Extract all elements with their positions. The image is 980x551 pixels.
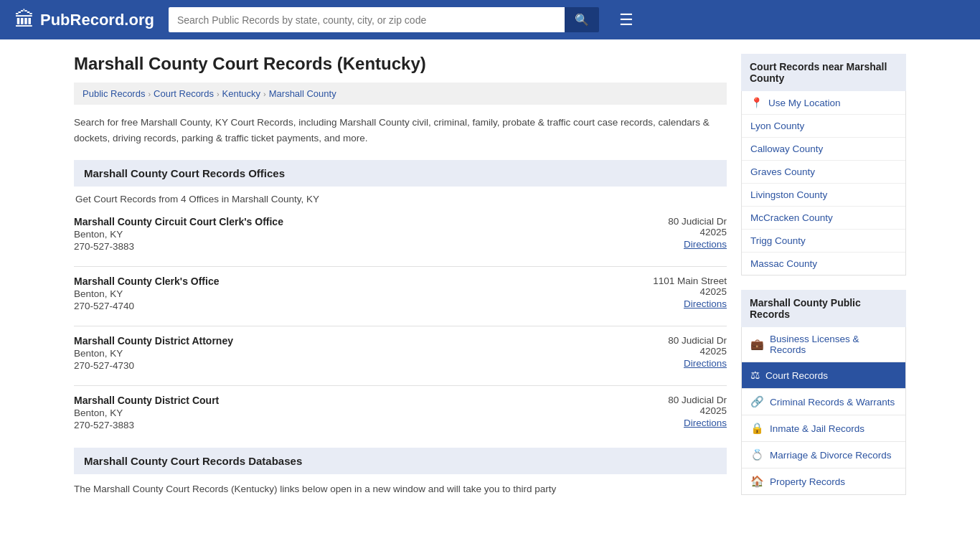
sidebar-item-0[interactable]: 💼 Business Licenses & Records [742, 327, 905, 362]
nearby-section: Court Records near Marshall County 📍 Use… [741, 54, 906, 276]
use-my-location-item[interactable]: 📍 Use My Location [742, 91, 905, 115]
breadcrumb-marshall-county[interactable]: Marshall County [269, 88, 336, 99]
nearby-county-link-2[interactable]: Graves County [742, 161, 905, 183]
office-name-1: Marshall County Clerk's Office [74, 276, 612, 287]
office-card-0: Marshall County Circuit Court Clerk's Of… [74, 216, 727, 252]
directions-link-0[interactable]: Directions [612, 239, 727, 250]
office-address-1: 1101 Main Street 42025 Directions [612, 276, 727, 311]
sidebar-link-5[interactable]: 🏠 Property Records [742, 468, 905, 494]
content-area: Marshall County Court Records (Kentucky)… [74, 54, 727, 509]
offices-sub: Get Court Records from 4 Offices in Mars… [74, 194, 727, 204]
office-phone-1: 270-527-4740 [74, 301, 612, 311]
breadcrumb-kentucky[interactable]: Kentucky [222, 88, 260, 99]
hamburger-icon: ☰ [619, 11, 633, 29]
directions-link-2[interactable]: Directions [612, 358, 727, 369]
sidebar-link-3[interactable]: 🔒 Inmate & Jail Records [742, 415, 905, 441]
office-zip-1: 42025 [612, 286, 727, 297]
office-card-1: Marshall County Clerk's Office Benton, K… [74, 276, 727, 311]
divider-1 [74, 326, 727, 326]
office-city-3: Benton, KY [74, 408, 612, 418]
office-phone-3: 270-527-3883 [74, 420, 612, 430]
nearby-county-4[interactable]: McCracken County [742, 207, 905, 230]
office-street-2: 80 Judicial Dr [612, 335, 727, 346]
main-container: Marshall County Court Records (Kentucky)… [60, 39, 920, 524]
office-info-1: Marshall County Clerk's Office Benton, K… [74, 276, 612, 311]
databases-section-header: Marshall County Court Records Databases [74, 448, 727, 474]
logo-icon: 🏛 [14, 8, 34, 32]
breadcrumb-sep-3: › [263, 90, 266, 98]
directions-link-3[interactable]: Directions [612, 418, 727, 428]
sidebar-link-0[interactable]: 💼 Business Licenses & Records [742, 327, 905, 362]
nearby-county-5[interactable]: Trigg County [742, 230, 905, 253]
briefcase-icon: 💼 [750, 338, 764, 351]
office-address-2: 80 Judicial Dr 42025 Directions [612, 335, 727, 371]
breadcrumb-public-records[interactable]: Public Records [83, 88, 145, 99]
location-icon: 📍 [750, 97, 763, 108]
use-my-location-link[interactable]: 📍 Use My Location [742, 91, 905, 114]
house-icon: 🏠 [750, 475, 764, 488]
sidebar-item-5[interactable]: 🏠 Property Records [742, 468, 905, 494]
sidebar-item-4[interactable]: 💍 Marriage & Divorce Records [742, 442, 905, 468]
nearby-county-link-1[interactable]: Calloway County [742, 138, 905, 160]
nearby-county-3[interactable]: Livingston County [742, 184, 905, 207]
nearby-list: 📍 Use My Location Lyon County Calloway C… [741, 91, 906, 276]
public-records-list: 💼 Business Licenses & Records ⚖ Court Re… [741, 327, 906, 495]
office-street-3: 80 Judicial Dr [612, 395, 727, 405]
nearby-county-label-1: Calloway County [750, 143, 823, 154]
nearby-county-1[interactable]: Calloway County [742, 138, 905, 161]
sidebar-label-0: Business Licenses & Records [770, 334, 897, 355]
nearby-title: Court Records near Marshall County [741, 54, 906, 91]
office-info-0: Marshall County Circuit Court Clerk's Of… [74, 216, 612, 252]
breadcrumb-sep-1: › [148, 90, 151, 98]
sidebar-link-1[interactable]: ⚖ Court Records [742, 362, 905, 388]
site-logo[interactable]: 🏛 PubRecord.org [14, 8, 154, 32]
use-my-location-label: Use My Location [768, 98, 841, 108]
nearby-county-link-0[interactable]: Lyon County [742, 115, 905, 137]
breadcrumb: Public Records › Court Records › Kentuck… [74, 83, 727, 105]
nearby-county-label-0: Lyon County [750, 121, 804, 131]
public-records-title: Marshall County Public Records [741, 290, 906, 327]
lock-icon: 🔒 [750, 422, 764, 435]
nearby-county-link-5[interactable]: Trigg County [742, 230, 905, 252]
office-info-2: Marshall County District Attorney Benton… [74, 335, 612, 371]
office-city-1: Benton, KY [74, 288, 612, 299]
nearby-county-link-6[interactable]: Massac County [742, 253, 905, 275]
scales-icon: ⚖ [750, 369, 760, 382]
sidebar-link-4[interactable]: 💍 Marriage & Divorce Records [742, 442, 905, 468]
office-city-2: Benton, KY [74, 348, 612, 359]
databases-description: The Marshall County Court Records (Kentu… [74, 481, 727, 497]
nearby-county-label-3: Livingston County [750, 189, 827, 200]
sidebar-label-5: Property Records [770, 476, 845, 487]
search-input[interactable] [169, 7, 565, 32]
breadcrumb-court-records[interactable]: Court Records [154, 88, 214, 99]
sidebar-label-2: Criminal Records & Warrants [770, 397, 895, 408]
nearby-county-label-2: Graves County [750, 166, 815, 177]
office-zip-3: 42025 [612, 405, 727, 416]
nearby-county-label-4: McCracken County [750, 212, 833, 223]
chain-icon: 🔗 [750, 395, 764, 408]
search-area: 🔍 [169, 7, 599, 32]
sidebar-label-4: Marriage & Divorce Records [770, 450, 892, 461]
breadcrumb-sep-2: › [217, 90, 220, 98]
search-button[interactable]: 🔍 [565, 7, 599, 32]
sidebar-item-2[interactable]: 🔗 Criminal Records & Warrants [742, 389, 905, 415]
nearby-county-6[interactable]: Massac County [742, 253, 905, 275]
nearby-county-link-3[interactable]: Livingston County [742, 184, 905, 206]
office-city-0: Benton, KY [74, 229, 612, 240]
office-street-1: 1101 Main Street [612, 276, 727, 286]
office-phone-0: 270-527-3883 [74, 241, 612, 252]
sidebar-item-1[interactable]: ⚖ Court Records [742, 362, 905, 389]
menu-button[interactable]: ☰ [619, 11, 633, 29]
nearby-county-label-5: Trigg County [750, 235, 806, 246]
public-records-section: Marshall County Public Records 💼 Busines… [741, 290, 906, 495]
sidebar-label-3: Inmate & Jail Records [770, 423, 864, 434]
sidebar-item-3[interactable]: 🔒 Inmate & Jail Records [742, 415, 905, 442]
nearby-county-2[interactable]: Graves County [742, 161, 905, 184]
directions-link-1[interactable]: Directions [612, 298, 727, 309]
page-description: Search for free Marshall County, KY Cour… [74, 115, 727, 146]
nearby-county-link-4[interactable]: McCracken County [742, 207, 905, 229]
office-zip-0: 42025 [612, 227, 727, 237]
sidebar-link-2[interactable]: 🔗 Criminal Records & Warrants [742, 389, 905, 415]
nearby-county-0[interactable]: Lyon County [742, 115, 905, 138]
office-card-2: Marshall County District Attorney Benton… [74, 335, 727, 371]
